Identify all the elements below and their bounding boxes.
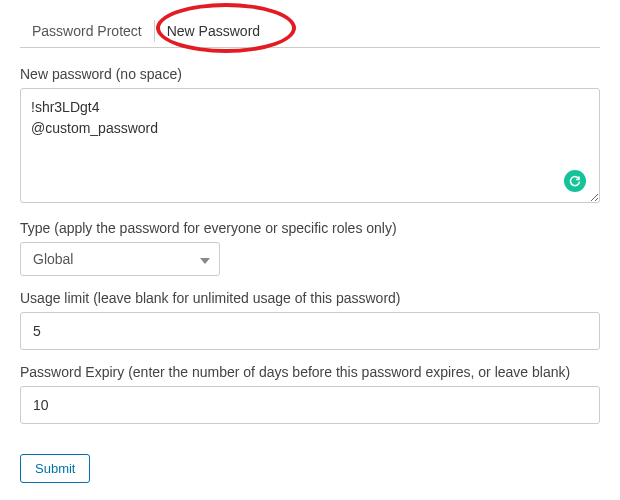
type-label: Type (apply the password for everyone or…	[20, 220, 600, 236]
field-type: Type (apply the password for everyone or…	[20, 220, 600, 276]
password-expiry-input[interactable]	[20, 386, 600, 424]
new-password-form: New password (no space) Type (apply the …	[20, 66, 600, 483]
submit-button[interactable]: Submit	[20, 454, 90, 483]
new-password-textarea[interactable]	[20, 88, 600, 203]
type-select[interactable]: Global	[20, 242, 220, 276]
new-password-label: New password (no space)	[20, 66, 600, 82]
usage-limit-input[interactable]	[20, 312, 600, 350]
grammarly-icon[interactable]	[564, 170, 586, 192]
tabs-bar: Password Protect New Password	[20, 15, 600, 48]
type-select-wrapper: Global	[20, 242, 220, 276]
field-new-password: New password (no space)	[20, 66, 600, 206]
password-expiry-label: Password Expiry (enter the number of day…	[20, 364, 600, 380]
tab-password-protect[interactable]: Password Protect	[20, 15, 154, 47]
field-usage-limit: Usage limit (leave blank for unlimited u…	[20, 290, 600, 350]
textarea-wrapper	[20, 88, 600, 206]
usage-limit-label: Usage limit (leave blank for unlimited u…	[20, 290, 600, 306]
field-password-expiry: Password Expiry (enter the number of day…	[20, 364, 600, 424]
tab-new-password[interactable]: New Password	[155, 15, 272, 47]
